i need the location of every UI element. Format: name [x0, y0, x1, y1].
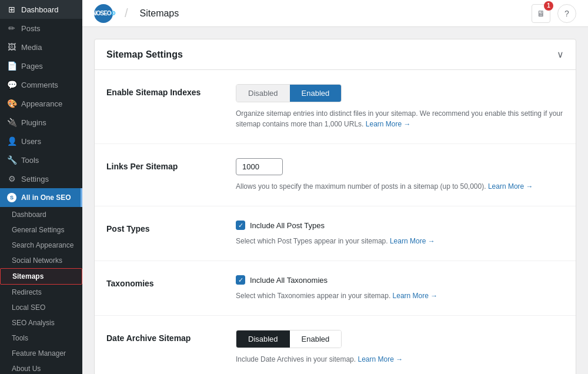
top-bar: AIOSEO⚙ / Sitemaps 🖥 1 ? [82, 0, 588, 27]
sitemap-indexes-enabled-button[interactable]: Enabled [290, 85, 342, 102]
taxonomies-checkbox-label: Include All Taxonomies [250, 276, 328, 285]
sitemap-indexes-learn-more[interactable]: Learn More → [366, 120, 411, 128]
sidebar-item-label: Media [21, 43, 42, 52]
sidebar-item-aioseo[interactable]: S All in One SEO [0, 188, 82, 207]
post-types-label: Post Types [106, 221, 212, 233]
taxonomies-learn-more[interactable]: Learn More → [393, 292, 438, 300]
sidebar-item-label: Plugins [21, 118, 46, 127]
sidebar-item-label: Posts [21, 24, 41, 33]
chevron-down-icon[interactable]: ∨ [557, 49, 564, 60]
sidebar-item-label: Tools [21, 156, 39, 165]
sidebar-item-plugins[interactable]: 🔌 Plugins [0, 113, 82, 132]
date-archive-enabled-button[interactable]: Enabled [290, 330, 342, 348]
post-types-learn-more[interactable]: Learn More → [390, 237, 435, 245]
page-title: Sitemaps [140, 8, 179, 19]
post-types-checkbox[interactable]: ✓ [236, 221, 245, 230]
main-wrapper: AIOSEO⚙ / Sitemaps 🖥 1 ? Sitemap Setting… [82, 0, 588, 374]
sitemap-indexes-toggle: Disabled Enabled [236, 84, 342, 102]
settings-icon: ⚙ [7, 174, 16, 183]
date-archive-toggle: Disabled Enabled [236, 330, 342, 348]
taxonomies-description: Select which Taxonomies appear in your s… [236, 290, 564, 301]
sitemap-indexes-label: Enable Sitemap Indexes [106, 84, 212, 97]
taxonomies-checkbox-row: ✓ Include All Taxonomies [236, 275, 564, 285]
sidebar-item-posts[interactable]: ✏ Posts [0, 19, 82, 38]
date-archive-learn-more[interactable]: Learn More → [358, 355, 403, 363]
sidebar-item-appearance[interactable]: 🎨 Appearance [0, 94, 82, 113]
sidebar-item-label: Settings [21, 175, 49, 183]
wp-sidebar: ⊞ Dashboard ✏ Posts 🖼 Media 📄 Pages 💬 Co… [0, 0, 82, 374]
sidebar-item-dashboard[interactable]: ⊞ Dashboard [0, 0, 82, 19]
comments-icon: 💬 [7, 80, 16, 89]
links-per-sitemap-input[interactable] [236, 158, 283, 175]
sitemap-indexes-row: Enable Sitemap Indexes Disabled Enabled … [95, 70, 576, 144]
taxonomies-content: ✓ Include All Taxonomies Select which Ta… [236, 275, 564, 301]
aioseo-sub-general-settings[interactable]: General Settings [0, 222, 82, 238]
taxonomies-row: Taxonomies ✓ Include All Taxonomies Sele… [95, 261, 576, 316]
aioseo-logo: AIOSEO⚙ [94, 4, 113, 23]
sidebar-item-settings[interactable]: ⚙ Settings [0, 169, 82, 188]
sidebar-item-tools[interactable]: 🔧 Tools [0, 151, 82, 169]
sidebar-item-users[interactable]: 👤 Users [0, 132, 82, 151]
date-archive-disabled-button[interactable]: Disabled [236, 330, 290, 348]
aioseo-sub-seo-analysis[interactable]: SEO Analysis [0, 315, 82, 330]
aioseo-sub-dashboard[interactable]: Dashboard [0, 207, 82, 222]
notifications-button[interactable]: 🖥 1 [532, 4, 550, 23]
aioseo-sub-tools[interactable]: Tools [0, 330, 82, 346]
sitemap-settings-card: Sitemap Settings ∨ Enable Sitemap Indexe… [94, 39, 576, 374]
taxonomies-checkbox[interactable]: ✓ [236, 275, 245, 285]
aioseo-sub-sitemaps[interactable]: Sitemaps [0, 268, 82, 285]
sitemap-indexes-content: Disabled Enabled Organize sitemap entrie… [236, 84, 564, 129]
links-per-sitemap-description: Allows you to specify the maximum number… [236, 181, 564, 192]
post-types-content: ✓ Include All Post Types Select which Po… [236, 221, 564, 246]
help-icon: ? [564, 9, 569, 18]
sidebar-item-label: Comments [21, 81, 58, 89]
posts-icon: ✏ [7, 24, 16, 33]
sidebar-item-media[interactable]: 🖼 Media [0, 38, 82, 56]
sitemap-indexes-description: Organize sitemap entries into distinct f… [236, 108, 564, 129]
post-types-checkbox-row: ✓ Include All Post Types [236, 221, 564, 230]
date-archive-label: Date Archive Sitemap [106, 330, 212, 343]
notification-badge: 1 [544, 1, 553, 11]
links-per-sitemap-row: Links Per Sitemap Allows you to specify … [95, 144, 576, 206]
post-types-description: Select which Post Types appear in your s… [236, 236, 564, 246]
plugins-icon: 🔌 [7, 118, 16, 127]
page-divider: / [125, 6, 128, 20]
aioseo-sub-about-us[interactable]: About Us [0, 361, 82, 374]
top-bar-left: AIOSEO⚙ / Sitemaps [94, 4, 179, 23]
taxonomies-label: Taxonomies [106, 275, 212, 288]
pages-icon: 📄 [7, 61, 16, 71]
logo-icon: AIOSEO⚙ [94, 4, 113, 23]
aioseo-sub-search-appearance[interactable]: Search Appearance [0, 238, 82, 253]
users-icon: 👤 [7, 136, 16, 146]
date-archive-content: Disabled Enabled Include Date Archives i… [236, 330, 564, 365]
sidebar-item-label: Users [21, 137, 41, 146]
sitemap-indexes-disabled-button[interactable]: Disabled [236, 85, 290, 102]
settings-card-header: Sitemap Settings ∨ [95, 39, 576, 70]
post-types-row: Post Types ✓ Include All Post Types Sele… [95, 206, 576, 261]
content-area: Sitemap Settings ∨ Enable Sitemap Indexe… [82, 27, 588, 374]
help-button[interactable]: ? [557, 4, 576, 23]
notification-icon: 🖥 [537, 9, 545, 18]
aioseo-icon: S [7, 193, 16, 202]
links-per-sitemap-learn-more[interactable]: Learn More → [488, 182, 533, 191]
aioseo-submenu: Dashboard General Settings Search Appear… [0, 207, 82, 374]
media-icon: 🖼 [7, 42, 16, 52]
dashboard-icon: ⊞ [7, 5, 16, 14]
date-archive-row: Date Archive Sitemap Disabled Enabled In… [95, 316, 576, 374]
aioseo-sub-redirects[interactable]: Redirects [0, 285, 82, 300]
date-archive-description: Include Date Archives in your sitemap. L… [236, 354, 564, 365]
tools-icon: 🔧 [7, 155, 16, 165]
post-types-checkbox-label: Include All Post Types [250, 221, 325, 230]
aioseo-sub-social-networks[interactable]: Social Networks [0, 253, 82, 268]
sidebar-item-comments[interactable]: 💬 Comments [0, 75, 82, 94]
settings-card-title: Sitemap Settings [106, 49, 183, 60]
links-per-sitemap-label: Links Per Sitemap [106, 158, 212, 171]
sidebar-item-label: Dashboard [21, 5, 59, 14]
sidebar-item-label: Pages [21, 62, 43, 71]
aioseo-sub-local-seo[interactable]: Local SEO [0, 300, 82, 315]
aioseo-label: All in One SEO [21, 193, 71, 202]
aioseo-sub-feature-manager[interactable]: Feature Manager [0, 346, 82, 361]
sidebar-item-pages[interactable]: 📄 Pages [0, 56, 82, 75]
sidebar-item-label: Appearance [21, 99, 62, 108]
top-bar-right: 🖥 1 ? [532, 4, 576, 23]
